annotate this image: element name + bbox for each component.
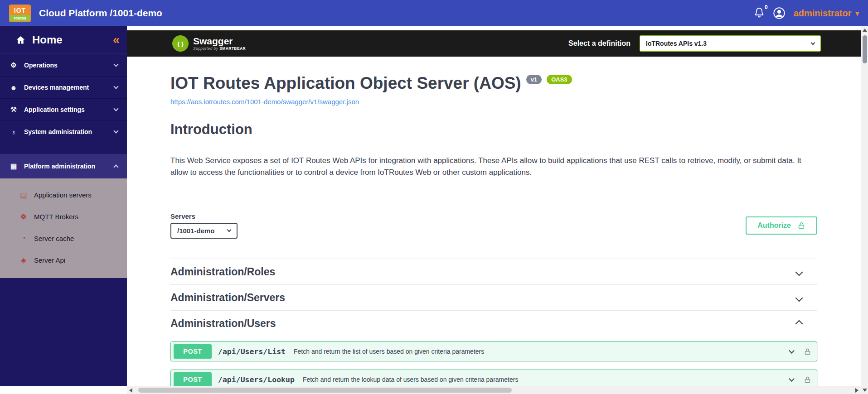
smartbear-text: SMARTBEAR: [219, 46, 246, 51]
notifications-button[interactable]: 0: [754, 7, 765, 19]
swagger-brand-name: Swagger: [193, 36, 246, 47]
user-menu[interactable]: administrator ▾: [794, 8, 859, 19]
submenu-item-server-api[interactable]: ◈ Server Api: [0, 249, 127, 271]
operation-path: /api/Users/Lookup: [218, 375, 295, 384]
servers-label: Servers: [170, 212, 238, 220]
caret-down-icon: ▾: [855, 10, 859, 18]
server-cache-icon: ◔: [19, 234, 28, 242]
select-definition-label: Select a definition: [568, 39, 630, 48]
introduction-heading: Introduction: [170, 121, 817, 138]
method-badge: POST: [174, 344, 212, 359]
sidebar-item-devices-management[interactable]: ☻ Devices management: [0, 77, 127, 99]
chevron-down-icon: [113, 62, 118, 67]
logo-text-routes: routes: [10, 15, 30, 21]
application-settings-icon: ⚒: [9, 106, 18, 114]
sidebar: Home « ⚙ Operations ☻ Devices management…: [0, 26, 127, 386]
scroll-up-arrow[interactable]: [863, 29, 867, 32]
auth-lock-icon[interactable]: [804, 376, 811, 384]
api-title-text: IOT Routes Application Object Server (AO…: [170, 74, 521, 93]
section-title: Administration/Users: [170, 317, 276, 330]
chevron-down-icon[interactable]: [795, 268, 803, 276]
scroll-left-arrow[interactable]: [129, 388, 132, 393]
selected-server: /1001-demo: [177, 227, 215, 235]
expand-operation-icon[interactable]: [789, 348, 795, 354]
chevron-down-icon: [113, 84, 118, 89]
sidebar-item-system-administration[interactable]: ♁ System administration: [0, 121, 127, 143]
definition-select[interactable]: IoTRoutes APIs v1.3: [640, 35, 821, 52]
unlock-icon: [797, 221, 805, 230]
version-badge: v1: [526, 75, 542, 84]
sidebar-item-application-settings[interactable]: ⚒ Application settings: [0, 99, 127, 121]
top-navigation-bar: IOT routes Cloud Platform /1001-demo 0 a…: [0, 0, 868, 26]
platform-administration-submenu: ▤ Application servers ☸ MQTT Brokers ◔ S…: [0, 178, 127, 278]
logo-text-iot: IOT: [10, 5, 30, 15]
platform-administration-icon: ▦: [9, 162, 18, 170]
swagger-main: { } Swagger Supported by SMARTBEAR Selec…: [127, 26, 861, 386]
system-administration-icon: ♁: [9, 128, 18, 136]
spec-url-link[interactable]: https://aos.iotroutes.com/1001-demo/swag…: [170, 98, 359, 106]
collapse-sidebar-icon[interactable]: «: [113, 34, 120, 46]
horizontal-scrollbar[interactable]: [127, 386, 861, 394]
section-administration-users[interactable]: Administration/Users: [170, 311, 817, 336]
operation-post-users-list[interactable]: POST /api/Users/List Fetch and return th…: [170, 341, 817, 361]
swagger-logo-icon: { }: [172, 35, 189, 52]
server-select[interactable]: /1001-demo: [170, 223, 238, 239]
section-title: Administration/Roles: [170, 266, 275, 278]
horizontal-scroll-track[interactable]: [135, 386, 853, 394]
user-avatar-icon: [773, 7, 786, 19]
username: administrator: [794, 8, 852, 19]
section-administration-servers[interactable]: Administration/Servers: [170, 285, 817, 311]
operations-icon: ⚙: [9, 61, 18, 69]
chevron-down-icon: [113, 128, 118, 133]
sidebar-item-label: System administration: [24, 128, 92, 135]
devices-management-icon: ☻: [9, 84, 18, 91]
submenu-item-server-cache[interactable]: ◔ Server cache: [0, 227, 127, 249]
operation-path: /api/Users/List: [218, 347, 286, 356]
bell-icon: [754, 7, 765, 18]
submenu-item-label: Server cache: [34, 235, 74, 242]
horizontal-scroll-thumb[interactable]: [138, 388, 512, 393]
swagger-brand-subtitle: Supported by SMARTBEAR: [193, 47, 246, 51]
servers-block: Servers /1001-demo: [170, 212, 238, 239]
expand-operation-icon[interactable]: [789, 376, 795, 382]
auth-lock-icon[interactable]: [804, 348, 811, 356]
iot-routes-logo[interactable]: IOT routes: [9, 5, 31, 22]
chevron-down-icon[interactable]: [795, 294, 803, 302]
method-badge: POST: [174, 372, 212, 386]
api-title: IOT Routes Application Object Server (AO…: [170, 74, 817, 93]
submenu-item-application-servers[interactable]: ▤ Application servers: [0, 184, 127, 206]
mqtt-brokers-icon: ☸: [19, 212, 28, 221]
swagger-topbar: { } Swagger Supported by SMARTBEAR Selec…: [127, 30, 861, 57]
sidebar-bottom-gap: [0, 386, 127, 394]
introduction-text: This Web Service exposes a set of IOT Ro…: [170, 155, 810, 178]
sidebar-item-label: Devices management: [24, 84, 89, 91]
home-label: Home: [32, 34, 63, 46]
platform-title: Cloud Platform /1001-demo: [39, 8, 162, 19]
sidebar-item-home[interactable]: Home «: [0, 26, 127, 54]
swagger-logo-glyph: { }: [177, 40, 184, 47]
sidebar-item-label: Application settings: [24, 106, 85, 113]
vertical-scrollbar[interactable]: [861, 26, 868, 394]
sidebar-item-label: Platform administration: [24, 163, 95, 170]
operation-description: Fetch and return the lookup data of user…: [303, 376, 783, 383]
submenu-item-label: Server Api: [34, 256, 65, 264]
chevron-down-icon: [113, 106, 118, 111]
authorize-button[interactable]: Authorize: [746, 216, 817, 235]
sidebar-item-label: Operations: [24, 62, 58, 69]
submenu-item-mqtt-brokers[interactable]: ☸ MQTT Brokers: [0, 206, 127, 227]
section-title: Administration/Servers: [170, 292, 285, 304]
chevron-up-icon[interactable]: [795, 320, 803, 327]
scroll-right-arrow[interactable]: [855, 388, 858, 393]
sidebar-item-operations[interactable]: ⚙ Operations: [0, 54, 127, 77]
sidebar-item-platform-administration[interactable]: ▦ Platform administration: [0, 154, 127, 178]
scroll-down-arrow[interactable]: [863, 389, 867, 392]
chevron-down-icon: [811, 40, 815, 45]
oas3-badge: OAS3: [547, 75, 572, 84]
chevron-down-icon: [227, 228, 231, 232]
section-administration-roles[interactable]: Administration/Roles: [170, 259, 817, 285]
operation-post-users-lookup[interactable]: POST /api/Users/Lookup Fetch and return …: [170, 370, 817, 386]
notification-count: 0: [765, 4, 768, 10]
supported-by-text: Supported by: [193, 46, 218, 51]
swagger-logo: { } Swagger Supported by SMARTBEAR: [172, 35, 246, 52]
vertical-scroll-thumb[interactable]: [863, 35, 867, 63]
